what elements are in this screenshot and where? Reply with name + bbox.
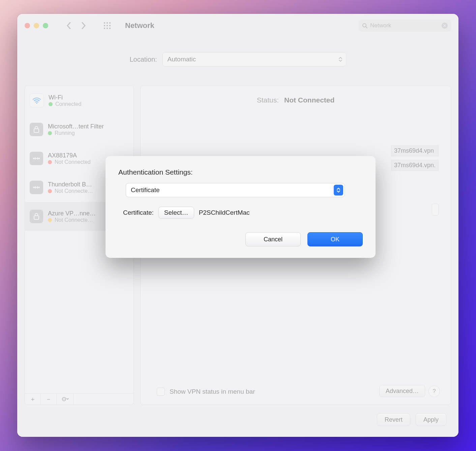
cancel-button[interactable]: Cancel [245,232,301,246]
desktop-background: Network Network Location: Automatic [0,0,476,451]
chevron-updown-icon [334,185,343,196]
certificate-name: P2SChildCertMac [199,209,250,216]
auth-method-select[interactable]: Certificate [126,183,345,197]
ok-button[interactable]: OK [307,232,363,246]
cancel-label: Cancel [264,236,282,243]
ok-label: OK [331,236,339,243]
auth-method-value: Certificate [131,186,160,194]
select-label: Select… [164,209,188,216]
certificate-row: Certificate: Select… P2SChildCertMac [123,207,363,219]
certificate-label: Certificate: [123,209,154,216]
select-certificate-button[interactable]: Select… [158,207,194,219]
sheet-title: Authentication Settings: [118,168,363,176]
authentication-settings-sheet: Authentication Settings: Certificate Cer… [106,156,376,258]
sheet-buttons: Cancel OK [118,232,363,246]
